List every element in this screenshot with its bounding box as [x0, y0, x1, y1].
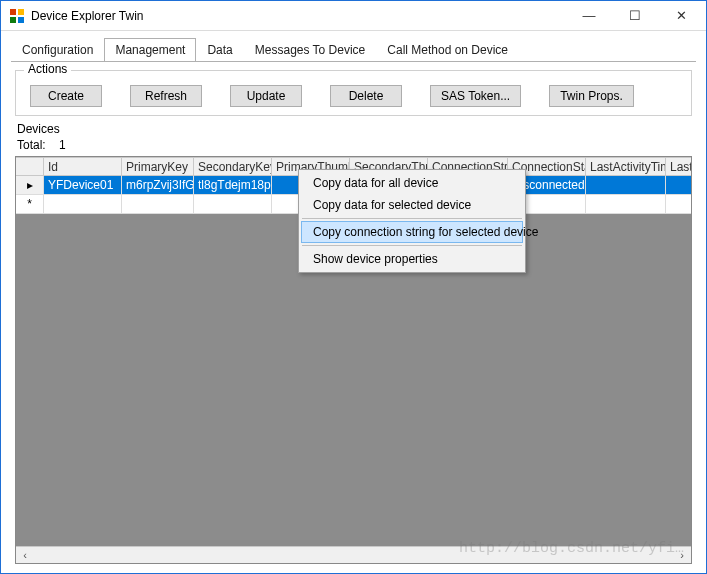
- svg-rect-1: [18, 9, 24, 15]
- total-label: Total:: [17, 138, 46, 152]
- context-menu: Copy data for all device Copy data for s…: [298, 169, 526, 273]
- scroll-right-icon[interactable]: ›: [675, 549, 689, 561]
- cell-primarykey[interactable]: m6rpZvij3IfGi...: [122, 176, 194, 195]
- menu-copy-connection-string[interactable]: Copy connection string for selected devi…: [301, 221, 523, 243]
- update-button[interactable]: Update: [230, 85, 302, 107]
- app-icon: [9, 8, 25, 24]
- row-selector-icon: ▸: [16, 176, 44, 195]
- tab-messages-to-device[interactable]: Messages To Device: [244, 38, 377, 61]
- devices-label: Devices: [17, 122, 692, 136]
- horizontal-scrollbar[interactable]: ‹ ›: [16, 546, 691, 563]
- sas-token-button[interactable]: SAS Token...: [430, 85, 521, 107]
- grid-corner: [16, 157, 44, 176]
- delete-button[interactable]: Delete: [330, 85, 402, 107]
- tabstrip: Configuration Management Data Messages T…: [1, 31, 706, 61]
- tab-configuration[interactable]: Configuration: [11, 38, 104, 61]
- window-title: Device Explorer Twin: [31, 9, 566, 23]
- svg-rect-3: [18, 17, 24, 23]
- col-primarykey[interactable]: PrimaryKey: [122, 157, 194, 176]
- col-secondarykey[interactable]: SecondaryKey: [194, 157, 272, 176]
- col-lastconnected[interactable]: LastConnected: [666, 157, 692, 176]
- create-button[interactable]: Create: [30, 85, 102, 107]
- cell-id[interactable]: YFDevice01: [44, 176, 122, 195]
- col-id[interactable]: Id: [44, 157, 122, 176]
- menu-separator: [302, 218, 522, 219]
- svg-rect-0: [10, 9, 16, 15]
- twin-props-button[interactable]: Twin Props.: [549, 85, 634, 107]
- actions-legend: Actions: [24, 62, 71, 76]
- menu-show-properties[interactable]: Show device properties: [301, 248, 523, 270]
- total-value: 1: [59, 138, 66, 152]
- new-row-marker: *: [16, 195, 44, 214]
- col-lastactivitytime[interactable]: LastActivityTime: [586, 157, 666, 176]
- svg-rect-2: [10, 17, 16, 23]
- cell-secondarykey[interactable]: tl8gTdejm18p...: [194, 176, 272, 195]
- close-button[interactable]: ✕: [658, 2, 704, 30]
- devices-total: Total: 1: [17, 138, 692, 152]
- cell-lastconnected[interactable]: [666, 176, 692, 195]
- tab-data[interactable]: Data: [196, 38, 243, 61]
- menu-copy-selected[interactable]: Copy data for selected device: [301, 194, 523, 216]
- cell-lastactivitytime[interactable]: [586, 176, 666, 195]
- maximize-button[interactable]: ☐: [612, 2, 658, 30]
- minimize-button[interactable]: —: [566, 2, 612, 30]
- menu-copy-all[interactable]: Copy data for all device: [301, 172, 523, 194]
- tab-call-method-on-device[interactable]: Call Method on Device: [376, 38, 519, 61]
- window-buttons: — ☐ ✕: [566, 2, 704, 30]
- refresh-button[interactable]: Refresh: [130, 85, 202, 107]
- menu-separator: [302, 245, 522, 246]
- scroll-left-icon[interactable]: ‹: [18, 549, 32, 561]
- tab-management[interactable]: Management: [104, 38, 196, 61]
- actions-groupbox: Actions Create Refresh Update Delete SAS…: [15, 70, 692, 116]
- titlebar: Device Explorer Twin — ☐ ✕: [1, 1, 706, 31]
